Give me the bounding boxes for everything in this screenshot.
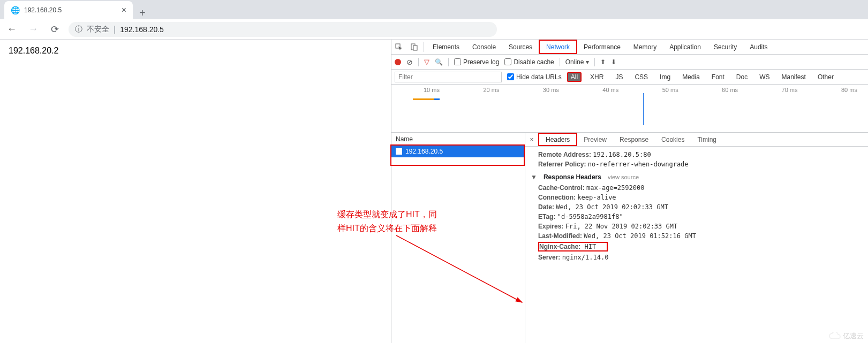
filter-manifest[interactable]: Manifest	[779, 73, 809, 81]
filter-font[interactable]: Font	[708, 73, 728, 81]
browser-tab[interactable]: 🌐 192.168.20.5 ×	[4, 1, 133, 19]
request-name: 192.168.20.5	[405, 148, 443, 155]
tab-title: 192.168.20.5	[24, 6, 117, 14]
chevron-down-icon: ▼	[531, 173, 537, 181]
tab-performance[interactable]: Performance	[577, 40, 627, 54]
inspect-icon[interactable]	[391, 40, 406, 54]
view-source-link[interactable]: view source	[608, 174, 639, 180]
tl-tick: 80 ms	[841, 87, 857, 93]
tl-tick: 10 ms	[424, 87, 440, 93]
back-button[interactable]: ←	[4, 22, 19, 37]
address-bar[interactable]: ⓘ 不安全 | 192.168.20.5	[69, 22, 497, 37]
request-detail: × Headers Preview Response Cookies Timin…	[525, 133, 868, 343]
record-button[interactable]	[395, 59, 401, 65]
detail-tab-preview[interactable]: Preview	[577, 133, 613, 146]
request-list-header[interactable]: Name	[391, 133, 525, 146]
annotation-text: 缓存类型就变成了HIT，同 样HIT的含义将在下面解释	[337, 208, 437, 235]
tab-application[interactable]: Application	[663, 40, 707, 54]
detail-tab-headers[interactable]: Headers	[538, 133, 577, 146]
detail-tab-cookies[interactable]: Cookies	[655, 133, 691, 146]
insecure-label: 不安全	[87, 25, 109, 34]
tl-tick: 60 ms	[722, 87, 738, 93]
filter-css[interactable]: CSS	[631, 73, 651, 81]
tab-strip: 🌐 192.168.20.5 × +	[0, 0, 868, 19]
response-headers-section[interactable]: ▼ Response Headers view source	[531, 169, 863, 183]
watermark: 亿速云	[829, 331, 864, 341]
filter-js[interactable]: JS	[612, 73, 626, 81]
devtools-panel: Elements Console Sources Network Perform…	[391, 40, 868, 343]
detail-tab-response[interactable]: Response	[613, 133, 655, 146]
tab-audits[interactable]: Audits	[743, 40, 774, 54]
request-list: Name 192.168.20.5	[391, 133, 525, 343]
document-icon	[396, 148, 402, 155]
upload-har-icon[interactable]: ⬆	[600, 58, 606, 66]
globe-icon: 🌐	[11, 6, 20, 14]
page-content: 192.168.20.2	[0, 40, 391, 343]
tl-tick: 40 ms	[602, 87, 618, 93]
detail-tabs: × Headers Preview Response Cookies Timin…	[525, 133, 868, 147]
tl-tick: 30 ms	[543, 87, 559, 93]
device-icon[interactable]	[406, 40, 421, 54]
filter-ws[interactable]: WS	[756, 73, 773, 81]
close-detail-icon[interactable]: ×	[525, 133, 538, 146]
forward-button[interactable]: →	[26, 22, 41, 37]
new-tab-button[interactable]: +	[133, 7, 152, 19]
hide-data-urls-checkbox[interactable]: Hide data URLs	[507, 73, 562, 81]
network-toolbar: ⊘ ▽ 🔍 Preserve log Disable cache Online▾…	[391, 55, 868, 70]
tab-security[interactable]: Security	[707, 40, 743, 54]
filter-all[interactable]: All	[567, 72, 582, 82]
preserve-log-checkbox[interactable]: Preserve log	[454, 58, 499, 66]
page-body-text: 192.168.20.2	[9, 46, 58, 55]
filter-img[interactable]: Img	[656, 73, 674, 81]
svg-rect-2	[413, 45, 417, 50]
request-row[interactable]: 192.168.20.5	[391, 146, 524, 157]
network-timeline[interactable]: 10 ms 20 ms 30 ms 40 ms 50 ms 60 ms 70 m…	[391, 85, 868, 133]
search-icon[interactable]: 🔍	[435, 58, 443, 66]
filter-other[interactable]: Other	[814, 73, 837, 81]
download-har-icon[interactable]: ⬇	[611, 58, 616, 66]
network-filter-bar: Hide data URLs All XHR JS CSS Img Media …	[391, 70, 868, 85]
tab-console[interactable]: Console	[466, 40, 502, 54]
close-icon[interactable]: ×	[122, 5, 126, 15]
tab-sources[interactable]: Sources	[502, 40, 539, 54]
filter-toggle-icon[interactable]: ▽	[424, 58, 429, 66]
throttling-select[interactable]: Online▾	[565, 58, 590, 66]
filter-doc[interactable]: Doc	[733, 73, 751, 81]
url-text: 192.168.20.5	[120, 25, 164, 34]
headers-body: Remote Address: 192.168.20.5:80 Referrer…	[525, 147, 868, 343]
detail-tab-timing[interactable]: Timing	[691, 133, 723, 146]
filter-xhr[interactable]: XHR	[587, 73, 607, 81]
tab-memory[interactable]: Memory	[627, 40, 663, 54]
filter-media[interactable]: Media	[679, 73, 703, 81]
browser-toolbar: ← → ⟳ ⓘ 不安全 | 192.168.20.5	[0, 19, 868, 40]
filter-input[interactable]	[395, 72, 502, 82]
info-icon[interactable]: ⓘ	[75, 25, 82, 34]
tab-elements[interactable]: Elements	[426, 40, 466, 54]
tl-tick: 50 ms	[662, 87, 678, 93]
disable-cache-checkbox[interactable]: Disable cache	[504, 58, 554, 66]
addr-separator: |	[114, 25, 116, 34]
tl-tick: 20 ms	[483, 87, 499, 93]
clear-button[interactable]: ⊘	[406, 58, 413, 66]
reload-button[interactable]: ⟳	[47, 22, 62, 37]
tab-network[interactable]: Network	[539, 40, 577, 54]
devtools-tabs: Elements Console Sources Network Perform…	[391, 40, 868, 55]
tl-tick: 70 ms	[782, 87, 798, 93]
